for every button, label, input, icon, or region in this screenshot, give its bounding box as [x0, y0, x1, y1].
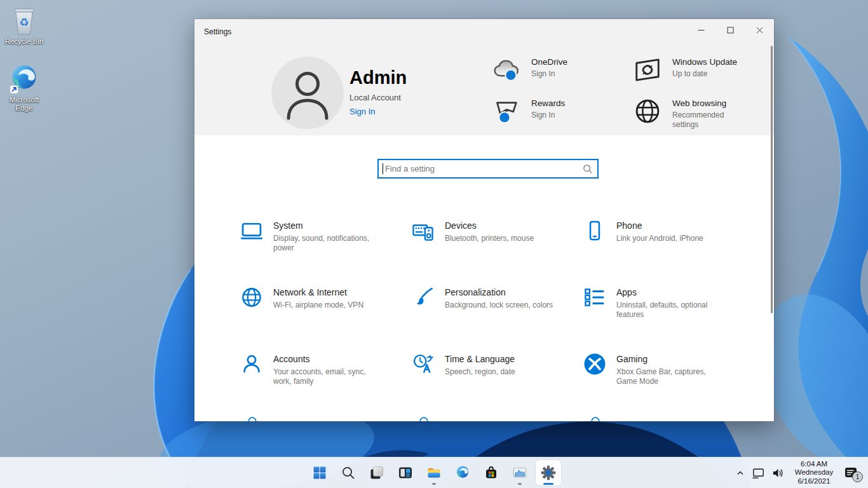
notification-center-button[interactable]: 1: [840, 460, 862, 485]
apps-icon: [583, 285, 607, 309]
window-title: Settings: [204, 27, 231, 36]
shortcut-arrow-icon: [10, 86, 18, 93]
system-tray: 6:04 AM Wednesday 6/16/2021 1: [732, 458, 868, 488]
volume-button[interactable]: [768, 460, 788, 485]
quick-card-rewards[interactable]: Rewards Sign In: [492, 97, 633, 138]
tile-title: Devices: [445, 220, 534, 231]
personalization-icon: [411, 285, 435, 309]
minimize-icon: [698, 27, 705, 34]
clock[interactable]: 6:04 AM Wednesday 6/16/2021: [792, 460, 836, 486]
tile-title: Accounts: [273, 354, 384, 364]
settings-gear-icon: [540, 464, 557, 481]
account-info: Admin Local Account Sign In: [349, 67, 407, 116]
microsoft-store-button[interactable]: [478, 460, 504, 485]
accounts-icon: [240, 352, 264, 376]
edge-icon: [10, 64, 39, 94]
partial-tile-icon: [419, 416, 429, 421]
avatar: [271, 57, 344, 129]
quick-card-web-browsing[interactable]: Web browsing Recommended settings: [633, 97, 774, 138]
task-view-button[interactable]: [364, 460, 390, 485]
quick-cards: OneDrive Sign In Rewards Sign In: [492, 55, 774, 138]
edge-icon: [455, 465, 470, 480]
settings-button[interactable]: [536, 460, 561, 485]
microsoft-store-icon: [484, 465, 499, 480]
tile-time-language[interactable]: Time & Language Speech, region, date: [411, 351, 583, 417]
tile-subtitle: Link your Android, iPhone: [616, 234, 703, 243]
start-button[interactable]: [307, 460, 332, 485]
tile-title: Personalization: [445, 287, 553, 297]
minimize-button[interactable]: [686, 19, 715, 41]
user-icon: [271, 57, 344, 129]
quick-card-title: Rewards: [531, 98, 565, 108]
desktop: ♻ Recycle Bin Microsoft Edge Settings: [0, 0, 868, 488]
speaker-icon: [771, 466, 785, 480]
account-name: Admin: [349, 67, 407, 88]
quick-card-status: Recommended settings: [672, 111, 747, 130]
scrollbar-thumb[interactable]: [771, 46, 773, 313]
desktop-icon-microsoft-edge[interactable]: Microsoft Edge: [0, 64, 48, 112]
ethernet-icon: [752, 466, 765, 480]
widgets-button[interactable]: [393, 460, 418, 485]
windows-update-icon: [633, 55, 662, 85]
search-input[interactable]: [384, 163, 582, 174]
quick-card-status: Sign In: [531, 111, 565, 120]
edge-button[interactable]: [450, 460, 475, 485]
close-button[interactable]: [745, 19, 774, 41]
tile-apps[interactable]: Apps Uninstall, defaults, optional featu…: [583, 284, 754, 351]
account-sign-in-link[interactable]: Sign In: [349, 107, 407, 116]
task-view-icon: [369, 465, 384, 480]
maximize-button[interactable]: [715, 19, 745, 41]
tile-gaming[interactable]: Gaming Xbox Game Bar, captures, Game Mod…: [583, 351, 754, 417]
system-icon: [240, 219, 264, 243]
file-explorer-icon: [426, 465, 442, 480]
partial-tile-icon: [590, 416, 600, 421]
tray-date: 6/16/2021: [792, 477, 836, 486]
start-icon: [312, 465, 327, 480]
tile-subtitle: Uninstall, defaults, optional features: [616, 301, 728, 320]
tile-subtitle: Bluetooth, printers, mouse: [445, 234, 534, 243]
close-icon: [756, 27, 763, 34]
desktop-icon-label: Microsoft Edge: [0, 96, 48, 112]
account-type: Local Account: [349, 93, 407, 102]
task-manager-button[interactable]: [507, 460, 532, 485]
taskbar-search-button[interactable]: [336, 460, 361, 485]
partial-tile-icon: [247, 416, 257, 421]
rewards-icon: [492, 97, 521, 126]
tile-subtitle: Speech, region, date: [445, 367, 515, 377]
tile-title: Gaming: [616, 354, 728, 364]
tray-chevron-button[interactable]: [732, 460, 749, 485]
tray-time: 6:04 AM: [792, 460, 836, 469]
time-language-icon: [411, 352, 435, 376]
tile-phone[interactable]: Phone Link your Android, iPhone: [583, 217, 754, 284]
text-caret: [383, 163, 383, 174]
tile-network-internet[interactable]: Network & Internet Wi-Fi, airplane mode,…: [240, 284, 411, 351]
quick-card-onedrive[interactable]: OneDrive Sign In: [492, 55, 633, 97]
active-window-indicator: [543, 483, 553, 485]
taskbar: 6:04 AM Wednesday 6/16/2021 1: [0, 457, 868, 488]
desktop-icon-recycle-bin[interactable]: ♻ Recycle Bin: [0, 6, 48, 46]
tile-title: Apps: [616, 287, 728, 297]
tile-personalization[interactable]: Personalization Background, lock screen,…: [411, 284, 583, 351]
settings-tiles: System Display, sound, notifications, po…: [240, 217, 754, 417]
tile-accounts[interactable]: Accounts Your accounts, email, sync, wor…: [240, 351, 411, 417]
network-button[interactable]: [749, 460, 768, 485]
file-explorer-button[interactable]: [421, 460, 447, 485]
tile-devices[interactable]: Devices Bluetooth, printers, mouse: [411, 217, 583, 284]
onedrive-icon: [492, 55, 521, 85]
quick-card-windows-update[interactable]: Windows Update Up to date: [633, 55, 774, 97]
chevron-up-icon: [735, 468, 745, 478]
devices-icon: [411, 219, 435, 243]
tile-subtitle: Background, lock screen, colors: [445, 301, 553, 310]
tile-subtitle: Xbox Game Bar, captures, Game Mode: [616, 367, 728, 386]
maximize-icon: [727, 27, 734, 34]
widgets-icon: [398, 465, 413, 480]
notification-badge: 1: [852, 471, 863, 482]
tile-title: Phone: [616, 220, 703, 231]
tile-system[interactable]: System Display, sound, notifications, po…: [240, 217, 411, 284]
taskbar-center-icons: [307, 460, 561, 485]
tray-day: Wednesday: [792, 468, 836, 477]
gaming-icon: [583, 352, 607, 376]
quick-card-status: Sign In: [531, 69, 567, 79]
quick-card-status: Up to date: [672, 69, 737, 79]
tile-title: Network & Internet: [273, 287, 363, 297]
